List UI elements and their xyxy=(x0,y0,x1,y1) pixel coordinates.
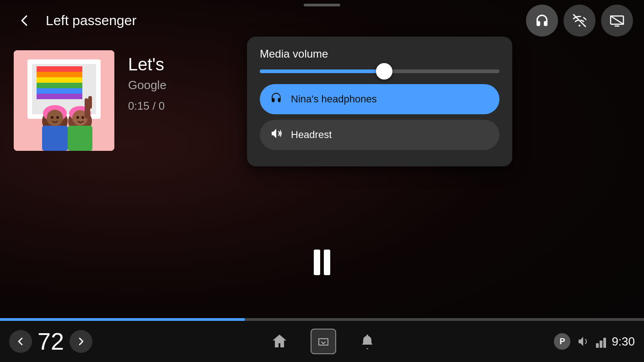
page-title: Left passenger xyxy=(46,13,136,28)
no-screen-button[interactable] xyxy=(601,5,633,37)
no-screen-icon xyxy=(609,13,625,28)
ninas-headphones-option[interactable]: Nina's headphones xyxy=(260,84,499,114)
volume-slider-container[interactable] xyxy=(260,69,499,73)
svg-rect-26 xyxy=(88,96,92,109)
pause-bar-left xyxy=(314,250,320,275)
bottom-center xyxy=(92,329,554,354)
svg-point-24 xyxy=(81,116,84,119)
pause-button[interactable] xyxy=(314,250,330,275)
track-time: 0:15 / 0 xyxy=(128,100,166,112)
headphones-option-icon xyxy=(270,91,283,107)
nav-prev-button[interactable] xyxy=(9,330,32,353)
svg-rect-20 xyxy=(68,126,92,151)
pause-bar-right xyxy=(324,250,330,275)
volume-slider-thumb[interactable] xyxy=(376,63,392,80)
svg-rect-11 xyxy=(37,88,82,94)
svg-rect-10 xyxy=(37,83,82,88)
headrest-label: Headrest xyxy=(291,129,332,141)
svg-point-17 xyxy=(51,116,54,119)
no-wifi-button[interactable] xyxy=(564,5,596,37)
parking-badge: P xyxy=(554,333,570,350)
volume-slider[interactable] xyxy=(260,69,499,73)
bottom-bar: 72 P xyxy=(0,321,644,362)
svg-point-18 xyxy=(56,116,59,119)
bottom-right: P 9:30 xyxy=(554,333,635,350)
volume-slider-fill xyxy=(260,69,384,73)
volume-title: Media volume xyxy=(260,48,499,60)
headphones-button[interactable] xyxy=(526,5,558,37)
svg-rect-8 xyxy=(37,72,82,77)
svg-point-23 xyxy=(76,116,79,119)
home-button[interactable] xyxy=(267,329,292,354)
volume-popup: Media volume Nina's headphones Headrest xyxy=(247,37,512,166)
svg-rect-14 xyxy=(42,126,68,151)
svg-rect-7 xyxy=(37,66,82,72)
ninas-headphones-label: Nina's headphones xyxy=(291,93,377,105)
status-time: 9:30 xyxy=(612,335,635,349)
no-wifi-icon xyxy=(572,13,587,28)
svg-rect-27 xyxy=(85,98,88,111)
track-info: Let's Google 0:15 / 0 xyxy=(128,50,166,112)
svg-rect-12 xyxy=(37,94,82,99)
volume-status-icon xyxy=(576,334,590,349)
pause-icon xyxy=(314,250,330,275)
album-art xyxy=(14,50,114,151)
headphones-icon xyxy=(534,13,550,28)
notification-button[interactable] xyxy=(354,329,380,354)
svg-rect-9 xyxy=(37,77,82,83)
track-artist: Google xyxy=(128,78,166,92)
playback-area xyxy=(0,250,644,275)
drawer-button[interactable] xyxy=(311,329,336,354)
back-button[interactable] xyxy=(11,7,38,34)
speaker-option-icon xyxy=(270,127,283,143)
signal-icon xyxy=(596,335,606,348)
temperature-display: 72 xyxy=(38,328,64,355)
top-right-icons xyxy=(526,5,633,37)
svg-point-16 xyxy=(47,110,63,126)
headrest-option[interactable]: Headrest xyxy=(260,120,499,150)
svg-line-2 xyxy=(611,16,623,24)
track-title: Let's xyxy=(128,55,166,75)
bottom-left: 72 xyxy=(9,328,92,355)
nav-next-button[interactable] xyxy=(70,330,92,353)
drag-handle xyxy=(304,4,340,6)
